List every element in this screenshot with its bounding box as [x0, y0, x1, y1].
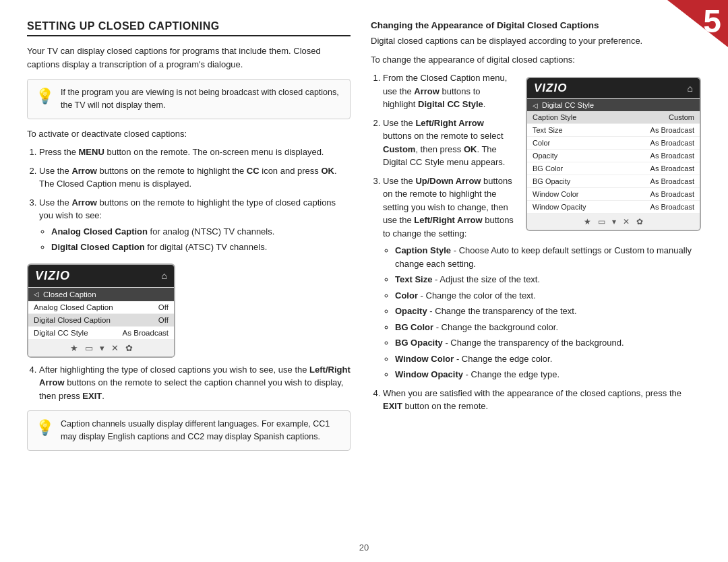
- section-title: SETTING UP CLOSED CAPTIONING: [27, 20, 351, 36]
- right-para2: To change the appearance of digital clos…: [371, 53, 701, 67]
- tv-right-row-7-label: Window Opacity: [533, 203, 586, 211]
- settings-list: Caption Style - Choose Auto to keep defa…: [383, 244, 701, 381]
- color-item: Color - Change the color of the text.: [395, 289, 701, 303]
- tv-logo-left: VIZIO: [35, 269, 70, 283]
- footer-icon-1: ★: [70, 343, 78, 353]
- tv-right-row-0-label: Caption Style: [533, 113, 576, 121]
- tv-footer-left: ★ ▭ ▾ ✕ ✿: [28, 340, 174, 356]
- step-1: Press the MENU button on the remote. The…: [39, 146, 351, 159]
- tv-row-style-label: Digital CC Style: [34, 329, 88, 337]
- back-arrow-right: ◁: [533, 102, 538, 109]
- info-box-2-text: Caption channels usually display differe…: [61, 418, 342, 443]
- tv-right-row-0-value: Custom: [669, 113, 694, 121]
- tv-row-style-value: As Broadcast: [123, 329, 169, 337]
- tv-right-row-2-value: As Broadcast: [650, 139, 694, 147]
- text-size-item: Text Size - Adjust the size of the text.: [395, 273, 701, 286]
- digital-caption-item: Digital Closed Caption for digital (ATSC…: [51, 241, 351, 254]
- right-footer-icon-4: ✕: [623, 217, 630, 226]
- tv-mockup-left: VIZIO ⌂ ◁ Closed Caption Analog Closed C…: [27, 263, 175, 358]
- tv-right-row-1: Text Size As Broadcast: [527, 124, 700, 137]
- footer-icon-3: ▾: [100, 343, 104, 353]
- tv-right-row-3: Opacity As Broadcast: [527, 150, 700, 162]
- right-footer-icon-1: ★: [584, 217, 591, 226]
- caption-style-item: Caption Style - Choose Auto to keep defa…: [395, 244, 701, 270]
- tv-row-style: Digital CC Style As Broadcast: [28, 327, 174, 340]
- tv-right-row-2: Color As Broadcast: [527, 137, 700, 150]
- tv-right-row-3-label: Opacity: [533, 152, 557, 160]
- tv-mockup-right: VIZIO ⌂ ◁ Digital CC Style Caption Style…: [526, 77, 701, 231]
- tv-right-row-5-value: As Broadcast: [650, 177, 694, 185]
- tv-right-row-1-label: Text Size: [533, 126, 563, 134]
- right-step-4: When you are satisfied with the appearan…: [383, 387, 701, 413]
- tv-right-row-4-value: As Broadcast: [650, 164, 694, 173]
- right-footer-icon-3: ▾: [612, 217, 616, 226]
- step-3: Use the Arrow buttons on the remote to h…: [39, 196, 351, 254]
- steps-list: Press the MENU button on the remote. The…: [27, 146, 351, 254]
- tv-row-analog-value: Off: [158, 303, 169, 311]
- page-chapter-number: 5: [703, 5, 721, 38]
- home-icon-left: ⌂: [162, 270, 167, 281]
- activate-text: To activate or deactivate closed caption…: [27, 127, 351, 141]
- intro-text: Your TV can display closed captions for …: [27, 44, 351, 71]
- bg-opacity-item: BG Opacity - Change the transparency of …: [395, 336, 701, 350]
- right-footer-icon-2: ▭: [598, 217, 605, 226]
- tv-row-digital-label: Digital Closed Caption: [34, 316, 111, 324]
- right-column: Changing the Appearance of Digital Close…: [371, 20, 701, 549]
- tv-menu-header-left: ◁ Closed Caption: [28, 288, 174, 301]
- tv-right-row-5-label: BG Opacity: [533, 177, 570, 185]
- back-arrow-left: ◁: [34, 290, 39, 298]
- info-box-1-text: If the program you are viewing is not be…: [61, 86, 342, 112]
- tv-right-row-4: BG Color As Broadcast: [527, 162, 700, 175]
- tv-row-digital: Digital Closed Caption Off: [28, 314, 174, 327]
- tv-row-digital-value: Off: [158, 316, 169, 324]
- tv-row-analog-label: Analog Closed Caption: [34, 303, 113, 311]
- tv-menu-title-left: Closed Caption: [43, 290, 96, 299]
- right-footer-icon-5: ✿: [636, 217, 643, 226]
- step-2: Use the Arrow buttons on the remote to h…: [39, 164, 351, 191]
- window-opacity-item: Window Opacity - Change the edge type.: [395, 368, 701, 381]
- tv-footer-right: ★ ▭ ▾ ✕ ✿: [527, 214, 700, 230]
- sub-heading: Changing the Appearance of Digital Close…: [371, 20, 701, 30]
- tv-menu-header-right: ◁ Digital CC Style: [527, 99, 700, 111]
- right-steps-list-cont: When you are satisfied with the appearan…: [371, 387, 701, 413]
- info-box-2: 💡 Caption channels usually display diffe…: [27, 410, 351, 451]
- analog-caption-item: Analog Closed Caption for analog (NTSC) …: [51, 225, 351, 239]
- tv-menu-left: ◁ Closed Caption Analog Closed Caption O…: [28, 287, 174, 340]
- right-para1: Digital closed captions can be displayed…: [371, 34, 701, 48]
- opacity-item: Opacity - Change the transparency of the…: [395, 305, 701, 318]
- page-number: 20: [0, 542, 728, 553]
- tv-right-row-6-label: Window Color: [533, 190, 578, 198]
- bg-color-item: BG Color - Change the background color.: [395, 321, 701, 334]
- footer-icon-2: ▭: [85, 343, 93, 353]
- bulb-icon-2: 💡: [36, 419, 54, 437]
- tv-header-left: VIZIO ⌂: [28, 265, 174, 287]
- left-column: SETTING UP CLOSED CAPTIONING Your TV can…: [27, 20, 351, 549]
- tv-row-analog: Analog Closed Caption Off: [28, 301, 174, 314]
- tv-right-row-1-value: As Broadcast: [650, 126, 694, 134]
- home-icon-right: ⌂: [688, 83, 693, 94]
- footer-icon-4: ✕: [111, 343, 119, 353]
- steps-list-cont: After highlighting the type of closed ca…: [27, 363, 351, 403]
- info-box-1: 💡 If the program you are viewing is not …: [27, 79, 351, 119]
- tv-right-row-6: Window Color As Broadcast: [527, 188, 700, 201]
- tv-right-row-3-value: As Broadcast: [650, 152, 694, 160]
- caption-type-list: Analog Closed Caption for analog (NTSC) …: [39, 225, 351, 254]
- tv-header-right: VIZIO ⌂: [527, 78, 700, 98]
- tv-right-row-0: Caption Style Custom: [527, 111, 700, 124]
- tv-right-row-6-value: As Broadcast: [650, 190, 694, 198]
- bulb-icon: 💡: [36, 88, 54, 105]
- tv-menu-title-right: Digital CC Style: [542, 101, 594, 109]
- tv-right-row-2-label: Color: [533, 139, 550, 147]
- tv-menu-right: ◁ Digital CC Style Caption Style Custom …: [527, 98, 700, 214]
- tv-logo-right: VIZIO: [534, 82, 567, 95]
- footer-icon-5: ✿: [125, 343, 133, 353]
- tv-right-row-7-value: As Broadcast: [650, 203, 694, 211]
- window-color-item: Window Color - Change the edge color.: [395, 352, 701, 366]
- step-4: After highlighting the type of closed ca…: [39, 363, 351, 403]
- tv-right-row-5: BG Opacity As Broadcast: [527, 175, 700, 188]
- tv-right-row-7: Window Opacity As Broadcast: [527, 201, 700, 214]
- tv-right-row-4-label: BG Color: [533, 164, 563, 173]
